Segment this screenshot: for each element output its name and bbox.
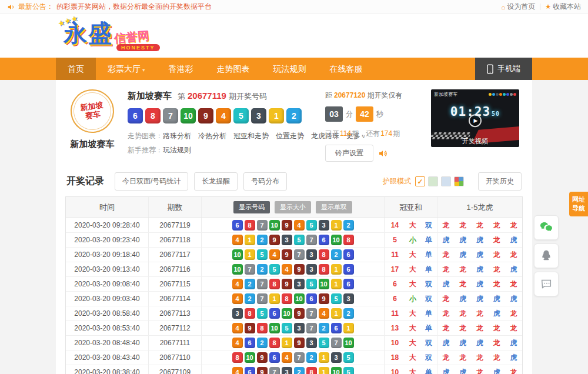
- table-header: 时间 期数 显示号码显示大小显示单双 冠亚和 1-5龙虎: [66, 197, 522, 218]
- ball-dot: [492, 93, 495, 96]
- video-title: 新加坡赛车: [434, 91, 457, 98]
- draw-video-panel[interactable]: 新加坡赛车 01:2350 ▶ 开奖视频: [431, 89, 519, 147]
- dragon-tiger-value: 龙: [488, 338, 505, 348]
- site-nav-tab[interactable]: 网址导航: [569, 192, 588, 216]
- ball-7: 7: [269, 367, 280, 374]
- parity-value: 单: [421, 309, 437, 319]
- announce-label: 最新公告：: [18, 2, 54, 12]
- site-header: ★★★ 永盛 信誉网 HONESTY: [0, 14, 588, 58]
- ball-5: 5: [294, 235, 305, 245]
- dragon-tiger-value: 龙: [437, 294, 455, 304]
- opened-count: 114: [340, 129, 351, 138]
- toggle-1[interactable]: 显示大小: [275, 201, 311, 213]
- site-logo[interactable]: ★★★ 永盛 信誉网 HONESTY: [60, 16, 160, 55]
- ball-6: 6: [319, 235, 329, 245]
- ball-3: 3: [343, 293, 354, 304]
- issue-number: 20677119: [188, 91, 226, 101]
- ball-7: 7: [306, 235, 317, 245]
- rules-link[interactable]: 玩法规则: [163, 145, 191, 155]
- divider: [540, 4, 540, 10]
- ball-2: 2: [306, 352, 317, 363]
- ball-2: 2: [343, 220, 354, 231]
- ball-dot: [506, 93, 509, 96]
- dragon-tiger-value: 虎: [472, 294, 489, 304]
- ball-5: 5: [331, 293, 342, 304]
- newbie-label: 新手推荐：: [128, 145, 163, 155]
- ball-2: 2: [343, 308, 354, 319]
- dragon-tiger-value: 龙: [505, 279, 522, 289]
- sum-value: 11: [385, 251, 405, 259]
- ball-6: 6: [343, 279, 354, 289]
- ball-7: 7: [163, 108, 178, 123]
- nav-item-0[interactable]: 首页: [56, 58, 96, 80]
- ball-1: 1: [269, 108, 284, 123]
- ball-8: 8: [269, 338, 280, 348]
- parity-value: 单: [421, 265, 437, 275]
- table-row: 2020-03-20 09:28:40206771196871094531214…: [66, 218, 522, 233]
- eye-mode-label: 护眼模式: [383, 176, 411, 186]
- toggle-2[interactable]: 显示单双: [316, 201, 352, 213]
- ball-8: 8: [319, 249, 329, 260]
- dragon-tiger-value: 龙: [455, 265, 472, 275]
- dragon-tiger-value: 龙: [488, 279, 505, 289]
- ball-7: 7: [331, 338, 342, 348]
- eye-mode-green-swatch[interactable]: [428, 176, 438, 186]
- play-button[interactable]: ▶: [469, 114, 482, 127]
- nav-item-1[interactable]: 彩票大厅▾: [96, 58, 157, 80]
- ball-6: 6: [232, 220, 243, 231]
- trend-link-3[interactable]: 位置走势: [276, 131, 304, 141]
- nav-mobile-button[interactable]: 手机端: [475, 58, 532, 80]
- sum-value: 17: [385, 265, 405, 273]
- ball-3: 3: [294, 279, 305, 289]
- dragon-tiger-value: 龙: [505, 250, 522, 260]
- dragon-tiger-value: 虎: [455, 250, 472, 260]
- ball-9: 9: [319, 293, 329, 304]
- minutes-label: 分: [346, 109, 353, 119]
- row-issue: 20677109: [159, 368, 191, 374]
- eye-mode-colorful-swatch[interactable]: [454, 176, 464, 186]
- chevron-down-icon: ▾: [142, 67, 145, 73]
- dragon-tiger-value: 龙: [488, 221, 505, 231]
- records-button-2[interactable]: 号码分布: [243, 172, 287, 191]
- dragon-tiger-value: 虎: [472, 279, 489, 289]
- nav-item-5[interactable]: 在线客服: [318, 58, 375, 80]
- ball-6: 6: [269, 308, 280, 319]
- ball-5: 5: [233, 108, 249, 123]
- ball-7: 7: [306, 323, 317, 333]
- trend-link-2[interactable]: 冠亚和走势: [233, 131, 269, 141]
- ball-3: 3: [331, 352, 342, 363]
- nav-item-3[interactable]: 走势图表: [205, 58, 262, 80]
- table-row: 2020-03-20 08:48:40206771114628193571010…: [66, 336, 522, 350]
- lottery-name: 新加坡赛车: [64, 139, 121, 150]
- dragon-tiger-value: 虎: [505, 265, 522, 275]
- set-home-link[interactable]: ⌂ 设为首页: [501, 2, 535, 12]
- eye-mode-default-swatch[interactable]: ✓: [415, 176, 425, 186]
- dragon-tiger-value: 龙: [437, 323, 455, 333]
- home-icon: ⌂: [501, 4, 505, 11]
- ball-8: 8: [232, 352, 243, 363]
- ball-6: 6: [306, 293, 317, 304]
- history-button[interactable]: 开奖历史: [478, 172, 522, 191]
- message-button[interactable]: [534, 272, 559, 296]
- records-button-1[interactable]: 长龙提醒: [194, 172, 238, 191]
- trend-link-1[interactable]: 冷热分析: [198, 131, 226, 141]
- draw-progress: 已开114期，还有174期: [325, 129, 424, 139]
- dragon-tiger-value: 虎: [455, 294, 472, 304]
- ball-3: 3: [306, 264, 317, 275]
- ball-7: 7: [257, 279, 268, 289]
- ball-10: 10: [269, 323, 280, 333]
- wechat-button[interactable]: [534, 215, 559, 240]
- display-toggles: 显示号码显示大小显示单双: [233, 201, 352, 213]
- favorite-link[interactable]: ★ 收藏本站: [545, 2, 581, 12]
- nav-item-4[interactable]: 玩法规则: [262, 58, 318, 80]
- row-time: 2020-03-20 08:53:40: [74, 324, 139, 332]
- trend-link-0[interactable]: 路珠分析: [163, 131, 191, 141]
- toggle-0[interactable]: 显示号码: [233, 201, 270, 213]
- eye-mode-blue-swatch[interactable]: [441, 176, 451, 186]
- nav-item-2[interactable]: 香港彩: [157, 58, 205, 80]
- parity-value: 单: [421, 235, 437, 245]
- sound-icon[interactable]: [378, 149, 387, 158]
- bell-settings-button[interactable]: 铃声设置: [325, 145, 373, 162]
- qq-button[interactable]: [534, 243, 559, 268]
- records-button-0[interactable]: 今日双面/号码统计: [115, 172, 188, 191]
